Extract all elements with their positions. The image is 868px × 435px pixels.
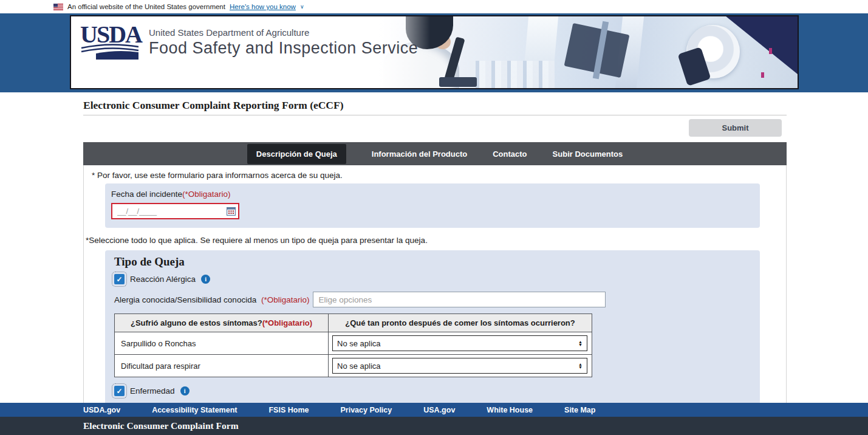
- tab-descripcion-de-queja[interactable]: Descripción de Queja: [247, 144, 346, 164]
- footer-link-privacy-policy[interactable]: Privacy Policy: [340, 406, 392, 414]
- footer-link-usda-gov[interactable]: USDA.gov: [83, 406, 120, 414]
- incident-date-label-text: Fecha del incidente: [111, 190, 182, 199]
- allergic-reaction-label: Reacción Alérgica: [130, 275, 196, 284]
- table-row: Sarpullido o Ronchas No se aplica ▲▼: [115, 332, 592, 355]
- usda-logo: USDA: [80, 24, 141, 60]
- known-allergy-label: Alergia conocida/Sensibilidad conocida (…: [114, 295, 309, 304]
- us-flag-icon: [53, 4, 63, 10]
- footer: USDA.gov Accessibility Statement FSIS Ho…: [0, 403, 868, 435]
- footer-link-site-map[interactable]: Site Map: [564, 406, 595, 414]
- page-title: Electronic Consumer Complaint Reporting …: [83, 92, 787, 112]
- select-arrows-icon: ▲▼: [578, 340, 583, 347]
- allergic-reaction-checkbox[interactable]: ✓: [114, 274, 125, 284]
- select-all-note: *Seleccione todo lo que aplica. Se requi…: [86, 236, 786, 245]
- incident-date-input[interactable]: [111, 203, 239, 219]
- table-row: Dificultad para respirar No se aplica ▲▼: [115, 355, 592, 377]
- symptoms-col-header-text: ¿Sufrió alguno de estos síntomas?: [131, 318, 262, 327]
- footer-link-usa-gov[interactable]: USA.gov: [423, 406, 455, 414]
- select-value: No se aplica: [337, 361, 381, 371]
- footer-link-accessibility[interactable]: Accessibility Statement: [152, 406, 237, 414]
- info-icon[interactable]: i: [201, 275, 210, 284]
- onset-select-rash[interactable]: No se aplica ▲▼: [332, 335, 587, 351]
- required-marker: (*Obligatario): [261, 295, 310, 304]
- chevron-down-icon: ∨: [300, 4, 304, 10]
- footer-links-bar: USDA.gov Accessibility Statement FSIS Ho…: [0, 403, 868, 417]
- submit-button[interactable]: Submit: [689, 119, 782, 137]
- agency-text: United States Department of Agriculture …: [149, 27, 418, 58]
- eccf-page: An official website of the United States…: [0, 0, 868, 435]
- illness-label: Enfermedad: [130, 386, 175, 396]
- allergy-symptoms-table: ¿Sufrió alguno de estos síntomas?(*Oblig…: [114, 313, 592, 377]
- symptoms-col-header: ¿Sufrió alguno de estos síntomas?(*Oblig…: [115, 314, 329, 332]
- info-icon[interactable]: i: [180, 386, 190, 396]
- incident-date-panel: Fecha del incidente(*Obligatario): [105, 183, 760, 228]
- required-marker: (*Obligatario): [262, 318, 312, 327]
- form-content: * Por favor, use este formulario para in…: [83, 165, 787, 435]
- calendar-icon[interactable]: [227, 207, 236, 217]
- tab-informacion-del-producto[interactable]: Información del Producto: [372, 149, 467, 159]
- incident-date-label: Fecha del incidente(*Obligatario): [111, 190, 751, 199]
- required-marker: (*Obligatario): [182, 190, 231, 199]
- lab-photo: [372, 16, 798, 88]
- onset-select-breathing[interactable]: No se aplica ▲▼: [332, 358, 587, 374]
- header-band: USDA United States Department of Agricul…: [0, 13, 868, 92]
- footer-title: Electronic Consumer Complaint Form: [83, 420, 239, 431]
- usda-header: USDA United States Department of Agricul…: [70, 15, 799, 89]
- tab-bar: Descripción de Queja Información del Pro…: [83, 142, 787, 165]
- agency-name: Food Safety and Inspection Service: [149, 39, 418, 58]
- footer-title-bar: Electronic Consumer Complaint Form: [0, 417, 868, 435]
- select-value: No se aplica: [337, 339, 381, 348]
- symptom-cell: Dificultad para respirar: [115, 355, 329, 377]
- tab-subir-documentos[interactable]: Subir Documentos: [553, 149, 623, 159]
- onset-col-header: ¿Qué tan pronto después de comer los sín…: [329, 314, 592, 332]
- form-intro: * Por favor, use este formulario para in…: [84, 165, 786, 183]
- select-arrows-icon: ▲▼: [578, 363, 583, 369]
- heres-how-link[interactable]: Here's how you know: [230, 3, 296, 10]
- department-name: United States Department of Agriculture: [149, 27, 418, 38]
- symptom-cell: Sarpullido o Ronchas: [115, 332, 329, 355]
- gov-banner-text: An official website of the United States…: [67, 3, 225, 10]
- illness-checkbox[interactable]: ✓: [114, 386, 125, 396]
- known-allergy-label-text: Alergia conocida/Sensibilidad conocida: [114, 295, 256, 304]
- tab-contacto[interactable]: Contacto: [493, 149, 527, 159]
- gov-banner: An official website of the United States…: [0, 0, 868, 13]
- complaint-type-heading: Tipo de Queja: [114, 255, 751, 269]
- usda-logo-text: USDA: [80, 24, 141, 46]
- known-allergy-input[interactable]: [313, 292, 606, 307]
- footer-link-white-house[interactable]: White House: [487, 406, 533, 414]
- footer-link-fsis-home[interactable]: FSIS Home: [268, 406, 309, 414]
